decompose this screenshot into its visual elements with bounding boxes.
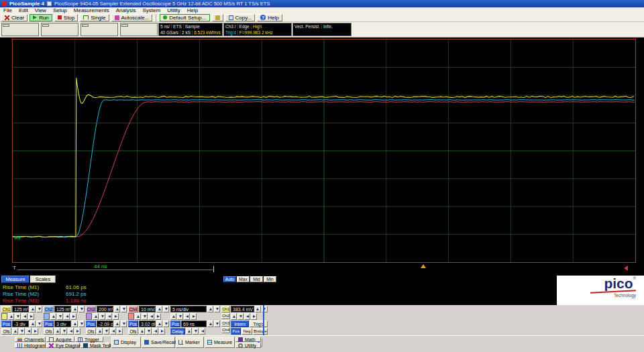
position-button[interactable]: Pos [128,320,138,327]
fine-up-button[interactable] [135,313,141,320]
delay-up-button[interactable] [207,320,213,327]
offset-up-button[interactable] [54,328,60,335]
delay-down-button[interactable] [214,320,220,327]
display-button[interactable]: Display [111,337,141,348]
menu-help[interactable]: Help [184,7,201,13]
channel-color-swatch[interactable] [1,313,7,320]
channel-button[interactable]: Ch1 [1,306,11,312]
offset-up-button[interactable] [12,328,18,335]
slope-pos-button[interactable]: Pos [231,328,241,335]
offset-button[interactable]: Ofs [1,328,11,335]
offset-left-button[interactable] [152,328,158,335]
menu-setup[interactable]: Setup [50,7,70,13]
channel-color-swatch[interactable] [44,313,50,320]
menu-edit[interactable]: Edit [15,7,32,13]
channel-scale-display[interactable]: 10 mV/div [139,306,156,312]
offset-right-button[interactable] [117,328,123,335]
save-recall-button[interactable]: Save/Recall [142,337,175,348]
fine-left-button[interactable] [106,313,112,320]
fine-left-button[interactable] [64,313,70,320]
fine-right-button[interactable] [113,313,119,320]
channel-position-display[interactable]: 3.02 div [139,320,156,327]
fine-down-button[interactable] [99,313,105,320]
timebase-fine-right-button[interactable] [191,313,197,320]
scale-up-button[interactable] [30,306,36,312]
channel-position-display[interactable]: -2.09 div [97,320,113,327]
timebase-fine-down-button[interactable] [177,313,183,320]
run-button[interactable]: Run [30,14,52,21]
trigger-intern-button[interactable]: Intern [231,320,249,327]
acquire-button[interactable]: Acquire [46,337,74,342]
help-button[interactable]: ?Help [257,14,282,21]
menu-system[interactable]: System [140,7,164,13]
trigger-source-ch1[interactable]: Ch1 [221,306,230,312]
position-down-button[interactable] [121,320,127,327]
slope-neg-button[interactable]: Neg [241,328,252,335]
autoscale-button[interactable]: Autoscale... [111,14,153,21]
fine-down-button[interactable] [142,313,148,320]
copy-button[interactable]: Copy... [225,14,256,21]
measure-button[interactable]: Measure [205,337,235,348]
trigger-fine-down-button[interactable] [237,313,244,320]
scale-up-button[interactable] [72,306,78,312]
channel-preview-box[interactable] [120,23,158,36]
trigger-source-ch2[interactable]: Ch2 [221,313,230,320]
tab-measure[interactable]: Measure [1,276,30,283]
trigger-fine-up-button[interactable] [231,313,237,320]
scale-up-button[interactable] [156,306,162,312]
marker-button[interactable]: Marker [176,337,204,348]
channel-scale-display[interactable]: 125 mV/div [54,306,71,312]
offset-button[interactable]: Ofs [86,328,96,335]
scale-down-button[interactable] [78,306,85,312]
timebase-up-button[interactable] [207,306,213,312]
offset-left-button[interactable] [25,328,32,335]
scale-down-button[interactable] [36,306,42,312]
scale-down-button[interactable] [163,306,169,312]
trigger-source-ch3[interactable]: Ch3 [221,320,230,327]
offset-right-button[interactable] [32,328,38,335]
channel-scale-display[interactable]: 200 mV/div [97,306,113,312]
single-button[interactable]: Single [80,14,109,21]
position-up-button[interactable] [72,320,78,327]
tab-scales[interactable]: Scales [30,276,56,283]
offset-button[interactable]: Ofs [128,328,138,335]
menu-measurements[interactable]: Measurements [70,7,113,13]
fine-up-button[interactable] [8,313,14,320]
stop-button[interactable]: Stop [54,14,78,21]
delay-fine-up-button[interactable] [186,328,192,335]
trigger-level-marker[interactable] [624,266,628,271]
math-button[interactable]: Math [235,337,261,342]
menu-analysis[interactable]: Analysis [113,7,140,13]
trigger-fine-right-button[interactable] [251,313,257,320]
offset-button[interactable]: Ofs [44,328,54,335]
channel-color-swatch[interactable] [128,313,134,320]
offset-up-button[interactable] [97,328,103,335]
scale-up-button[interactable] [114,306,120,312]
utility-button[interactable]: Utility [235,343,261,348]
trigger-button[interactable]: Trigger [75,337,103,342]
scale-down-button[interactable] [121,306,127,312]
timebase-pos-button[interactable]: Pos [170,320,180,327]
channel-preview-box[interactable] [41,23,78,36]
default-setup-button[interactable]: Default Setup... [160,14,209,21]
position-button[interactable]: Pos [86,320,96,327]
offset-right-button[interactable] [159,328,165,335]
trigger-fine-left-button[interactable] [244,313,250,320]
scope-display[interactable]: M3 [12,39,636,263]
horizontal-reference-marker[interactable] [421,264,426,268]
position-down-button[interactable] [163,320,169,327]
position-up-button[interactable] [114,320,120,327]
stat-auto-button[interactable]: Auto [223,276,236,282]
offset-right-button[interactable] [74,328,80,335]
histogram-button[interactable]: Histogram [15,343,46,348]
channel-button[interactable]: Ch4 [128,306,138,312]
trigger-level-up-button[interactable] [255,306,261,312]
home-button[interactable] [212,14,223,21]
fine-right-button[interactable] [70,313,76,320]
timebase-down-button[interactable] [214,306,220,312]
channel-preview-box[interactable] [1,23,39,36]
clear-button[interactable]: Clear [1,14,28,21]
delay-display[interactable]: 69 ns [181,320,207,327]
trigger-position-marker[interactable]: T [13,265,16,271]
fine-left-button[interactable] [21,313,28,320]
